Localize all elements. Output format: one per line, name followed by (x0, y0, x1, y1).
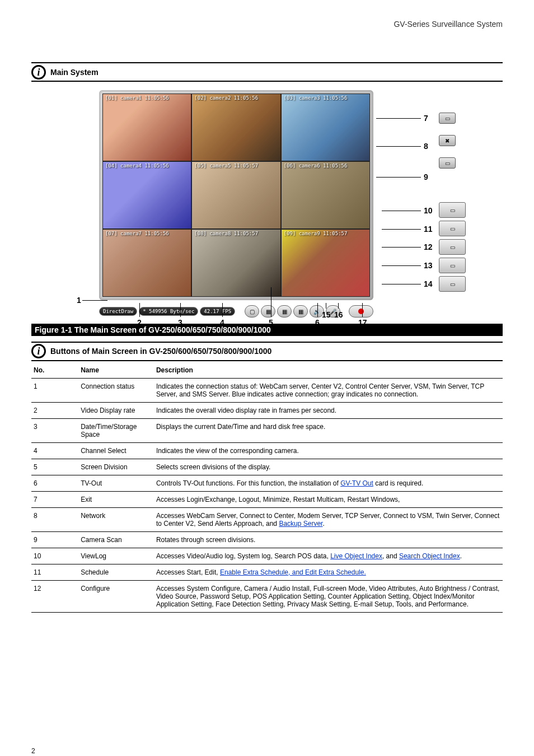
callout-number: 7 (424, 114, 428, 123)
callout-line (362, 303, 363, 317)
camera-label: [06] camera6 11:05:56 (284, 163, 348, 169)
callout-number: 6 (315, 318, 320, 327)
cell-desc: Controls TV-Out functions. For this func… (154, 475, 503, 492)
page-footer: 2 (31, 747, 503, 755)
cell-desc: Indicates the overall video display rate… (154, 403, 503, 419)
table-header-row: No. Name Description (31, 363, 503, 379)
record-button[interactable] (349, 305, 373, 318)
table-row: 4 Channel Select Indicates the view of t… (31, 443, 503, 459)
table-row: 10 ViewLog Accesses Video/Audio log, Sys… (31, 548, 503, 564)
cell-desc: Indicates the view of the corresponding … (154, 443, 503, 459)
camera-cell[interactable]: [01] camera1 11:05:56 (102, 94, 191, 161)
camera-label: [01] camera1 11:05:56 (105, 95, 169, 101)
camera-label: [09] camera9 11:05:57 (284, 231, 348, 236)
figure-caption: Figure 1-1 The Main Screen of GV-250/600… (31, 324, 503, 336)
camera-label: [04] camera4 11:05:56 (105, 163, 169, 169)
table-row: 6 TV-Out Controls TV-Out functions. For … (31, 475, 503, 492)
table-row: 5 Screen Division Selects screen divisio… (31, 459, 503, 475)
camera-cell[interactable]: [07] camera7 11:05:56 (102, 229, 191, 297)
record-dot-icon (358, 309, 364, 314)
division-16-button[interactable]: ▦ (293, 305, 308, 318)
figure: [01] camera1 11:05:56 [02] camera2 11:05… (99, 90, 435, 300)
link[interactable]: Backup Server (279, 520, 322, 528)
header-text: GV-Series Surveillance System (394, 20, 503, 29)
link[interactable]: GV-TV Out (340, 479, 373, 487)
cell-no: 3 (31, 419, 78, 443)
callout-number: 12 (424, 242, 433, 251)
camera-label: [03] camera3 11:05:56 (284, 95, 348, 101)
cell-name: Configure (78, 581, 154, 613)
table-row: 9 Camera Scan Rotates through screen div… (31, 532, 503, 548)
schedule-button[interactable]: ▭ (439, 276, 466, 292)
camera-cell[interactable]: [04] camera4 11:05:56 (102, 161, 191, 229)
table-row: 8 Network Accesses WebCam Server, Connec… (31, 508, 503, 532)
callout-number: 2 (137, 318, 142, 327)
camera-label: [02] camera2 11:05:56 (194, 95, 258, 101)
page-number: 2 (31, 747, 35, 755)
cell-name: Schedule (78, 564, 154, 581)
section-title: Main System (50, 68, 99, 77)
video-grid: [01] camera1 11:05:56 [02] camera2 11:05… (102, 94, 370, 297)
side-small-button-3[interactable]: ▭ (439, 157, 456, 169)
link[interactable]: Search Object Index (399, 552, 460, 560)
camera-cell[interactable]: [05] camera5 11:05:57 (191, 161, 280, 229)
cell-name: Network (78, 508, 154, 532)
cell-no: 11 (31, 564, 78, 581)
camera-scan-button[interactable]: ▭ (439, 239, 466, 255)
table-row: 12 Configure Accesses System Configure, … (31, 581, 503, 613)
callout-number: 3 (178, 318, 182, 327)
callout-line (338, 303, 339, 309)
exit-button[interactable]: ▭ (439, 202, 466, 218)
callout-line (317, 303, 318, 317)
division-1-button[interactable]: ▢ (245, 305, 259, 318)
cell-no: 9 (31, 532, 78, 548)
cell-desc: Rotates through screen divisions. (154, 532, 503, 548)
camera-cell[interactable]: [02] camera2 11:05:56 (191, 94, 280, 161)
cell-desc: Accesses Video/Audio log, System log, Se… (154, 548, 503, 564)
cell-desc: Accesses WebCam Server, Connect to Cente… (154, 508, 503, 532)
callout-number: 9 (424, 172, 428, 181)
side-control-rail: ▭ ✖ ▭ ▭ ▭ ▭ ▭ ▭ (439, 113, 464, 295)
callout-line (376, 177, 421, 178)
network-button[interactable]: ▭ (439, 221, 466, 236)
division-9-button[interactable]: ▦ (277, 305, 292, 318)
cell-name: Camera Scan (78, 532, 154, 548)
page-header: GV-Series Surveillance System (31, 20, 503, 29)
camera-cell[interactable]: [06] camera6 11:05:56 (281, 161, 370, 229)
callout-line (382, 211, 421, 211)
section2-title: i Buttons of Main Screen in GV-250/600/6… (31, 342, 503, 361)
callout-number: 1 (77, 296, 81, 305)
cell-desc: Indicates the connection status of: WebC… (154, 379, 503, 403)
camera-cell[interactable]: [08] camera8 11:05:57 (191, 229, 280, 297)
camera-cell[interactable]: [03] camera3 11:05:56 (281, 94, 370, 161)
camera-cell[interactable]: [09] camera9 11:05:57 (281, 229, 370, 297)
cell-no: 8 (31, 508, 78, 532)
fps-status: 42.17 FPS (200, 307, 235, 316)
table-row: 1 Connection status Indicates the connec… (31, 379, 503, 403)
side-small-button-2[interactable]: ✖ (439, 135, 456, 146)
cell-desc: Accesses System Configure, Camera / Audi… (154, 581, 503, 613)
side-small-button-1[interactable]: ▭ (439, 113, 456, 124)
info-icon: i (31, 344, 46, 358)
viewlog-button[interactable]: ▭ (439, 258, 466, 273)
callout-number: 14 (424, 279, 433, 288)
callout-line (382, 247, 421, 248)
callout-number: 16 (334, 310, 343, 319)
cell-name: Connection status (78, 379, 154, 403)
callout-line (382, 284, 421, 284)
cell-name: Video Display rate (78, 403, 154, 419)
link[interactable]: Live Object Index (330, 552, 382, 560)
callout-line (326, 303, 326, 309)
callout-line (376, 118, 421, 119)
cell-desc: Accesses Start, Edit, Enable Extra Sched… (154, 564, 503, 581)
cell-desc: Selects screen divisions of the display. (154, 459, 503, 475)
cell-name: TV-Out (78, 475, 154, 492)
display-mode-status: DirectDraw (99, 307, 137, 316)
byte-rate-status: * 549956 Byte/sec (139, 307, 198, 316)
cell-name: Exit (78, 492, 154, 508)
cell-name: Date/Time/Storage Space (78, 419, 154, 443)
cell-no: 7 (31, 492, 78, 508)
callout-line (376, 146, 421, 147)
division-4-button[interactable]: ▦ (261, 305, 275, 318)
link[interactable]: Enable Extra Schedule, and Edit Extra Sc… (220, 568, 366, 576)
